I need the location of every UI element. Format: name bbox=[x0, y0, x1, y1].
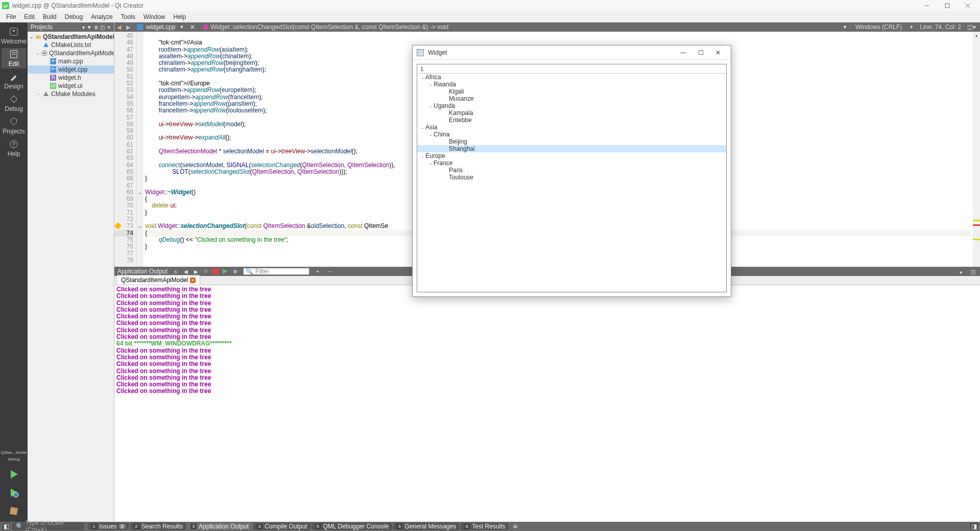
svg-text:h: h bbox=[52, 75, 55, 81]
file-tab[interactable]: widget.cpp ▼ ✕ bbox=[133, 24, 199, 31]
encoding-dropdown-icon[interactable]: ▼ bbox=[909, 25, 914, 30]
output-next-icon[interactable]: ▶ bbox=[192, 268, 200, 275]
menu-tools[interactable]: Tools bbox=[117, 12, 139, 22]
sidebar-dropdown-icon[interactable]: ▾ bbox=[82, 25, 85, 30]
tree-view[interactable]: 1 ⌄Africa⌄RwandaKigaliMusanze⌄UgandaKamp… bbox=[417, 64, 727, 292]
status-tab-compile-output[interactable]: 4Compile Output bbox=[253, 523, 310, 530]
run-button[interactable] bbox=[4, 467, 24, 482]
sidebar-split-icon[interactable]: ◫ bbox=[100, 25, 105, 30]
running-app-window[interactable]: Widget — ☐ ✕ 1 ⌄Africa⌄RwandaKigaliMusan… bbox=[412, 45, 731, 297]
tree-item[interactable]: Paris bbox=[417, 167, 726, 174]
window-minimize-button[interactable] bbox=[917, 0, 937, 11]
output-settings-icon[interactable]: ⚙ bbox=[231, 268, 239, 275]
status-tab-search-results[interactable]: 2Search Results bbox=[130, 523, 186, 530]
app-titlebar[interactable]: Widget — ☐ ✕ bbox=[413, 45, 731, 60]
nav-forward-button[interactable]: ▶ bbox=[124, 22, 133, 32]
symbol-breadcrumb[interactable]: Widget::selectionChangedSlot(const QItem… bbox=[199, 24, 842, 31]
cursor-position[interactable]: Line: 74, Col: 2 bbox=[920, 24, 961, 31]
tree-item[interactable]: Kigali bbox=[417, 88, 726, 95]
tree-item[interactable]: Toulouse bbox=[417, 174, 726, 181]
tree-item[interactable]: ⌄Rwanda bbox=[417, 81, 726, 88]
menu-build[interactable]: Build bbox=[39, 12, 61, 22]
output-run-icon[interactable] bbox=[202, 268, 210, 275]
menu-analyze[interactable]: Analyze bbox=[87, 12, 117, 22]
mode-welcome[interactable]: Welcome bbox=[2, 26, 26, 46]
kit-selector[interactable]: QStan...Model bbox=[1, 450, 27, 455]
tree-header[interactable]: 1 bbox=[417, 64, 726, 74]
file-tab-close-icon[interactable]: ✕ bbox=[190, 24, 195, 31]
tree-item[interactable]: Entebbe bbox=[417, 117, 726, 124]
sidebar-close-icon[interactable]: ✕ bbox=[107, 25, 111, 30]
project-tree-item[interactable]: uiwidget.ui bbox=[28, 82, 114, 90]
tree-item[interactable]: Musanze bbox=[417, 95, 726, 102]
kit-build-config[interactable]: Debug bbox=[8, 457, 20, 461]
output-filter-input[interactable]: 🔍 Filter bbox=[243, 268, 309, 275]
tree-item[interactable]: Kampala bbox=[417, 109, 726, 117]
project-tree[interactable]: ⌄QStandardItemApiModelCMakeLists.txt⌄QSt… bbox=[28, 32, 114, 522]
app-close-button[interactable]: ✕ bbox=[709, 47, 727, 59]
output-zoom-out-icon[interactable]: − bbox=[326, 268, 334, 275]
mode-debug[interactable]: Debug bbox=[2, 93, 26, 113]
output-maximize-icon[interactable]: ◫ bbox=[969, 268, 977, 275]
menu-edit[interactable]: Edit bbox=[20, 12, 39, 22]
status-more-icon[interactable]: ≑ bbox=[511, 523, 520, 530]
project-tree-item[interactable]: c++widget.cpp bbox=[28, 65, 114, 74]
project-tree-item[interactable]: hwidget.h bbox=[28, 74, 114, 82]
output-body[interactable]: Clicked on something in the treeClicked … bbox=[114, 285, 980, 522]
breadcrumb-dropdown-icon[interactable]: ▼ bbox=[843, 25, 847, 30]
project-tree-item[interactable]: ⌄QStandardItemApiModel bbox=[28, 49, 114, 57]
toggle-right-sidebar-icon[interactable]: ◨ bbox=[970, 523, 978, 530]
menu-window[interactable]: Window bbox=[139, 12, 170, 22]
tree-item[interactable]: ⌄Europe bbox=[417, 152, 726, 159]
output-prev-icon[interactable]: ◀ bbox=[182, 268, 190, 275]
file-tab-dropdown-icon[interactable]: ▼ bbox=[179, 25, 184, 30]
status-tab-qml-debugger-console[interactable]: 5QML Debugger Console bbox=[312, 523, 392, 530]
window-maximize-button[interactable] bbox=[937, 0, 958, 11]
scrollbar-up-icon[interactable]: ▴ bbox=[973, 32, 980, 39]
status-tab-test-results[interactable]: 8Test Results bbox=[461, 523, 508, 530]
editor-scrollbar[interactable]: ▴ bbox=[973, 32, 980, 267]
editor-split-icon[interactable]: ◫▾ bbox=[967, 24, 976, 31]
tree-item[interactable]: ⌄Africa bbox=[417, 74, 726, 81]
sidebar-filter-icon[interactable]: ▼ bbox=[87, 25, 92, 30]
mode-design[interactable]: Design bbox=[2, 71, 26, 91]
output-collapse-icon[interactable]: ▴ bbox=[957, 268, 965, 275]
menu-debug[interactable]: Debug bbox=[61, 12, 87, 22]
menu-help[interactable]: Help bbox=[170, 12, 190, 22]
nav-back-button[interactable]: ◀ bbox=[114, 22, 124, 32]
tree-item[interactable]: ⌄China bbox=[417, 131, 726, 138]
output-zoom-in-icon[interactable]: + bbox=[314, 268, 322, 275]
status-tab-application-output[interactable]: 3Application Output bbox=[187, 523, 252, 530]
app-minimize-button[interactable]: — bbox=[675, 47, 692, 59]
mode-projects[interactable]: Projects bbox=[2, 116, 26, 136]
locator-input[interactable]: 🔍 Type to locate (Ctrl+K) bbox=[12, 523, 84, 530]
tree-item[interactable]: Beijing bbox=[417, 138, 726, 145]
app-maximize-button[interactable]: ☐ bbox=[692, 47, 709, 59]
sidebar-link-icon[interactable]: ⊕ bbox=[94, 25, 98, 30]
project-tree-item[interactable]: CMakeLists.txt bbox=[28, 41, 114, 49]
project-tree-item[interactable]: c++main.cpp bbox=[28, 57, 114, 65]
tree-item[interactable]: ⌄Uganda bbox=[417, 102, 726, 109]
line-ending-label[interactable]: Windows (CRLF) bbox=[855, 24, 902, 31]
status-tab-general-messages[interactable]: 6General Messages bbox=[393, 523, 459, 530]
output-tab-close-icon[interactable]: ✕ bbox=[190, 278, 196, 283]
mode-help[interactable]: ?Help bbox=[2, 138, 26, 158]
tree-item[interactable]: Shanghai bbox=[417, 145, 726, 152]
output-attach-icon[interactable]: ⎋ bbox=[172, 268, 180, 275]
tree-item[interactable]: ⌄France bbox=[417, 159, 726, 167]
toggle-sidebar-icon[interactable]: ◧ bbox=[2, 523, 10, 530]
run-debug-button[interactable] bbox=[4, 485, 24, 500]
window-close-button[interactable] bbox=[958, 0, 978, 11]
tree-item[interactable]: ⌄Asia bbox=[417, 124, 726, 131]
status-tab-issues[interactable]: 1Issues2 bbox=[88, 523, 129, 530]
menu-file[interactable]: File bbox=[2, 12, 20, 22]
output-stop-button[interactable] bbox=[212, 268, 219, 274]
build-button[interactable] bbox=[4, 503, 24, 519]
project-tree-item[interactable]: ›CMake Modules bbox=[28, 90, 114, 98]
project-tree-item[interactable]: ⌄QStandardItemApiModel bbox=[28, 33, 114, 41]
output-tab[interactable]: QStandardItemApiModel ✕ bbox=[116, 275, 200, 285]
line-number-gutter[interactable]: 4546474849505152535455565758596061626364… bbox=[114, 32, 137, 267]
output-rerun-icon[interactable] bbox=[221, 268, 229, 275]
mode-edit[interactable]: Edit bbox=[2, 48, 26, 68]
fold-column[interactable]: ⌄⌄ bbox=[137, 32, 143, 267]
